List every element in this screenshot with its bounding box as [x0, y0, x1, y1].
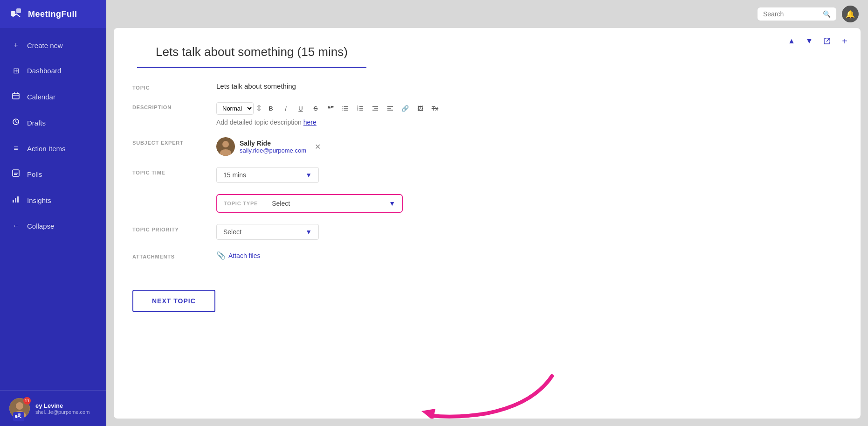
- description-link[interactable]: here: [303, 119, 317, 126]
- logo-icon: [9, 7, 23, 21]
- sidebar-item-insights[interactable]: Insights: [0, 187, 106, 213]
- description-label: DESCRIPTION: [132, 102, 216, 110]
- bold-button[interactable]: B: [264, 102, 277, 115]
- subject-expert-label: SUBJECT EXPERT: [132, 137, 216, 146]
- topic-priority-row: TOPIC PRIORITY Select ▼: [132, 224, 842, 240]
- sidebar-item-label-drafts: Drafts: [27, 119, 46, 127]
- strikethrough-button[interactable]: S: [309, 102, 322, 115]
- logo-area: MeetingFull: [0, 0, 106, 28]
- topic-type-highlighted-box[interactable]: TOPIC TYPE Select ▼: [216, 194, 403, 213]
- expert-email: sally.ride@purpome.com: [240, 147, 306, 154]
- svg-rect-17: [18, 413, 21, 416]
- svg-marker-39: [421, 409, 435, 419]
- topic-type-label: [132, 194, 216, 197]
- svg-point-23: [343, 110, 344, 111]
- sidebar-item-dashboard[interactable]: ⊞ Dashboard: [0, 58, 106, 84]
- topic-header-area: Lets talk about something (15 mins): [114, 28, 861, 68]
- svg-rect-10: [13, 200, 14, 203]
- create-new-icon: +: [11, 41, 21, 49]
- search-box[interactable]: 🔍: [758, 7, 836, 21]
- subject-expert-row: SUBJECT EXPERT Sally Ride sally.: [132, 137, 842, 156]
- attach-icon: 📎: [216, 251, 226, 260]
- italic-button[interactable]: I: [279, 102, 292, 115]
- drafts-icon: [11, 118, 21, 127]
- main-content: 🔍 🔔 ▲ ▼ + Lets talk about something (15 …: [106, 0, 868, 426]
- topic-time-value: 15 mins ▼: [216, 167, 842, 183]
- attachments-value: 📎 Attach files: [216, 251, 842, 260]
- sidebar-item-label-create: Create new: [27, 42, 63, 49]
- user-name: ey Levine: [35, 402, 90, 409]
- svg-rect-2: [13, 93, 19, 99]
- sidebar-nav: + Create new ⊞ Dashboard Calendar: [0, 28, 106, 390]
- topic-priority-dropdown[interactable]: Select ▼: [216, 224, 319, 240]
- clear-format-button[interactable]: Tx: [428, 102, 441, 115]
- topic-priority-label: TOPIC PRIORITY: [132, 224, 216, 232]
- topic-field-value: Lets talk about something: [216, 82, 842, 90]
- sidebar-item-label-insights: Insights: [27, 196, 51, 204]
- description-toolbar: Normal ⇕ B I U S ❝❞ 1.2.3.: [216, 102, 842, 115]
- content-area: ▲ ▼ + Lets talk about something (15 mins…: [114, 28, 861, 419]
- ordered-list-button[interactable]: 1.2.3.: [354, 102, 367, 115]
- description-value: Normal ⇕ B I U S ❝❞ 1.2.3.: [216, 102, 842, 126]
- sidebar-item-action-items[interactable]: ≡ Action Items: [0, 136, 106, 161]
- search-input[interactable]: [763, 10, 819, 18]
- format-select[interactable]: Normal: [216, 102, 254, 115]
- user-info: ey Levine shel...le@purpome.com: [35, 402, 90, 415]
- link-button[interactable]: 🔗: [399, 102, 412, 115]
- topic-time-dropdown[interactable]: 15 mins ▼: [216, 167, 319, 183]
- expert-avatar: [216, 137, 235, 156]
- sidebar-item-calendar[interactable]: Calendar: [0, 84, 106, 110]
- sidebar-item-create-new[interactable]: + Create new: [0, 33, 106, 58]
- indent-right-button[interactable]: [369, 102, 382, 115]
- collapse-icon: ←: [11, 222, 21, 230]
- logo-mini: [13, 412, 24, 421]
- dashboard-icon: ⊞: [11, 66, 21, 75]
- user-email: shel...le@purpome.com: [35, 409, 90, 415]
- svg-point-37: [222, 141, 229, 147]
- image-button[interactable]: 🖼: [413, 102, 427, 115]
- next-topic-button[interactable]: NEXT TOPIC: [132, 290, 215, 312]
- sidebar-item-label-calendar: Calendar: [27, 93, 55, 101]
- attach-files-button[interactable]: 📎 Attach files: [216, 251, 260, 260]
- remove-expert-button[interactable]: ✕: [315, 142, 321, 151]
- sidebar-item-label-dashboard: Dashboard: [27, 67, 61, 75]
- user-avatar-wrapper: 11: [9, 398, 30, 419]
- svg-rect-12: [17, 196, 19, 203]
- topic-type-value: TOPIC TYPE Select ▼: [216, 194, 842, 213]
- bullet-list-button[interactable]: [339, 102, 352, 115]
- notification-badge: 11: [23, 397, 31, 405]
- subject-expert-value: Sally Ride sally.ride@purpome.com ✕: [216, 137, 842, 156]
- attach-label: Attach files: [228, 252, 260, 259]
- svg-rect-11: [15, 198, 16, 203]
- sidebar-item-polls[interactable]: Polls: [0, 161, 106, 187]
- sidebar-item-collapse[interactable]: ← Collapse: [0, 213, 106, 238]
- topic-header: Lets talk about something (15 mins): [137, 35, 366, 68]
- topic-priority-arrow-icon: ▼: [305, 228, 312, 236]
- indent-left-button[interactable]: [384, 102, 397, 115]
- sidebar-item-label-polls: Polls: [27, 170, 42, 178]
- topic-field-label: TOPIC: [132, 82, 216, 91]
- topic-type-inline-label: TOPIC TYPE: [224, 201, 258, 206]
- polls-icon: [11, 169, 21, 179]
- topic-priority-selected: Select: [223, 228, 241, 236]
- description-placeholder: Add detailed topic description here: [216, 119, 842, 126]
- format-separator: ⇕: [255, 103, 262, 113]
- quote-button[interactable]: ❝❞: [324, 102, 337, 115]
- topic-time-arrow-icon: ▼: [305, 171, 312, 179]
- sidebar-item-drafts[interactable]: Drafts: [0, 110, 106, 136]
- attachments-row: ATTACHMENTS 📎 Attach files: [132, 251, 842, 260]
- underline-button[interactable]: U: [294, 102, 307, 115]
- svg-rect-1: [16, 8, 21, 13]
- notification-bell[interactable]: 🔔: [842, 6, 859, 22]
- action-items-icon: ≡: [11, 144, 21, 153]
- topic-priority-value: Select ▼: [216, 224, 842, 240]
- topic-type-select: Select: [272, 200, 389, 207]
- sidebar-item-label-collapse: Collapse: [27, 222, 54, 230]
- topbar: 🔍 🔔: [106, 0, 868, 28]
- description-row: DESCRIPTION Normal ⇕ B I U S ❝❞: [132, 102, 842, 126]
- topic-time-row: TOPIC TIME 15 mins ▼: [132, 167, 842, 183]
- app-name: MeetingFull: [28, 9, 77, 19]
- svg-point-21: [343, 106, 344, 107]
- topic-type-row: TOPIC TYPE Select ▼: [132, 194, 842, 213]
- topic-time-selected: 15 mins: [223, 171, 246, 179]
